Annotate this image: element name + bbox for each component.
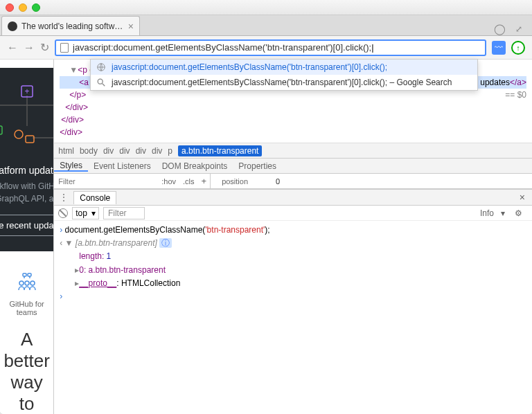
suggestion-row[interactable]: javascript:document.getElementsByClassNa… (91, 75, 477, 90)
console-filter-input[interactable]: Filter (103, 207, 145, 219)
console-tab[interactable]: Console (73, 191, 116, 204)
webpage-viewport: + ✓ Platform updates Extend your workflo… (0, 60, 53, 414)
teams-headline: A better way to work (3, 329, 49, 414)
svg-line-15 (103, 84, 105, 87)
teams-icon (3, 272, 49, 296)
extension-icon-2[interactable]: ↑ (511, 41, 525, 55)
workflow-diagram: + ✓ (0, 80, 53, 156)
user-icon[interactable]: ◯ (494, 23, 506, 35)
zoom-window-button[interactable] (32, 3, 40, 12)
console-toolbar: top▾ Filter Info ▾ ⚙ (54, 206, 532, 221)
platform-updates-card: + ✓ Platform updates Extend your workflo… (0, 68, 53, 251)
omnibox-suggestions: javascript:document.getElementsByClassNa… (90, 59, 478, 91)
crumb-p[interactable]: p (168, 146, 172, 156)
styles-toolbar: :hov .cls + position 0 (54, 174, 532, 189)
context-select[interactable]: top▾ (72, 207, 99, 219)
page-icon (60, 43, 69, 53)
crumb-div[interactable]: div (152, 146, 162, 156)
properties-tab[interactable]: Properties (233, 161, 282, 171)
styles-tabs: Styles Event Listeners DOM Breakpoints P… (54, 159, 532, 174)
crumb-a[interactable]: a.btn.btn-transparent (178, 145, 262, 156)
minimize-window-button[interactable] (19, 3, 27, 12)
svg-text:+: + (24, 87, 29, 96)
crumb-body[interactable]: body (80, 146, 98, 156)
extension-icon-1[interactable]: 〰 (492, 41, 506, 55)
card-title: Platform updates (0, 165, 53, 176)
fullscreen-icon[interactable]: ⤢ (515, 24, 522, 34)
svg-point-10 (30, 281, 35, 285)
card-subtitle: Extend your workflow with GitHub Marketp… (0, 180, 53, 205)
position-label: position (211, 177, 248, 186)
forward-button[interactable]: → (24, 42, 35, 54)
console-drawer-header: ⋮ Console × (54, 189, 532, 206)
log-level-select[interactable]: Info ▾ (480, 208, 505, 218)
svg-rect-11 (23, 273, 26, 276)
search-icon (96, 78, 106, 87)
styles-tab[interactable]: Styles (54, 161, 88, 172)
svg-rect-12 (28, 273, 31, 276)
cls-toggle[interactable]: .cls (179, 177, 198, 186)
close-window-button[interactable] (6, 3, 14, 12)
svg-point-6 (15, 130, 23, 138)
styles-filter-input[interactable] (54, 177, 158, 186)
address-text: javascript:document.getElementsByClassNa… (73, 42, 481, 53)
crumb-html[interactable]: html (58, 146, 74, 156)
hov-toggle[interactable]: :hov (158, 177, 179, 186)
browser-tab[interactable]: The world's leading software × (1, 16, 140, 35)
suggestion-row[interactable]: javascript:document.getElementsByClassNa… (91, 60, 477, 75)
suggestion-text: javascript:document.getElementsByClassNa… (112, 62, 387, 72)
dom-breakpoints-tab[interactable]: DOM Breakpoints (157, 161, 233, 171)
github-favicon (8, 21, 17, 31)
back-button[interactable]: ← (7, 42, 18, 54)
reload-button[interactable]: ↻ (40, 41, 49, 54)
svg-point-14 (98, 79, 103, 84)
devtools-panel: ▼<p class="mb-1"> <a href="/updates" ari… (53, 60, 532, 414)
window-titlebar (0, 0, 532, 15)
crumb-div[interactable]: div (119, 146, 130, 156)
console-settings-icon[interactable]: ⚙ (509, 208, 528, 218)
clear-console-icon[interactable] (58, 208, 68, 218)
see-recent-updates-button[interactable]: See recent updates (0, 215, 53, 236)
close-tab-icon[interactable]: × (128, 21, 134, 32)
breadcrumb[interactable]: html body div div div div p a.btn.btn-tr… (54, 143, 532, 159)
svg-rect-4 (0, 126, 2, 134)
event-listeners-tab[interactable]: Event Listeners (88, 161, 157, 171)
suggestion-text: javascript:document.getElementsByClassNa… (112, 78, 452, 87)
svg-point-9 (25, 281, 29, 285)
svg-point-8 (19, 281, 24, 285)
new-rule-button[interactable]: + (198, 176, 211, 186)
console-output[interactable]: › document.getElementsByClassName('btn-t… (54, 221, 532, 306)
close-drawer-icon[interactable]: × (513, 192, 532, 203)
teams-label: GitHub for teams (3, 300, 49, 316)
browser-toolbar: ← → ↻ javascript:document.getElementsByC… (0, 36, 532, 60)
drawer-menu-icon[interactable]: ⋮ (54, 192, 73, 202)
globe-icon (96, 62, 106, 72)
tab-title: The world's leading software (21, 21, 124, 31)
crumb-div[interactable]: div (103, 146, 114, 156)
svg-rect-7 (26, 136, 34, 143)
browser-tabstrip: The world's leading software × ◯ ⤢ (0, 15, 532, 36)
crumb-div[interactable]: div (136, 146, 146, 156)
position-value: 0 (276, 177, 280, 186)
address-bar[interactable]: javascript:document.getElementsByClassNa… (55, 39, 486, 56)
